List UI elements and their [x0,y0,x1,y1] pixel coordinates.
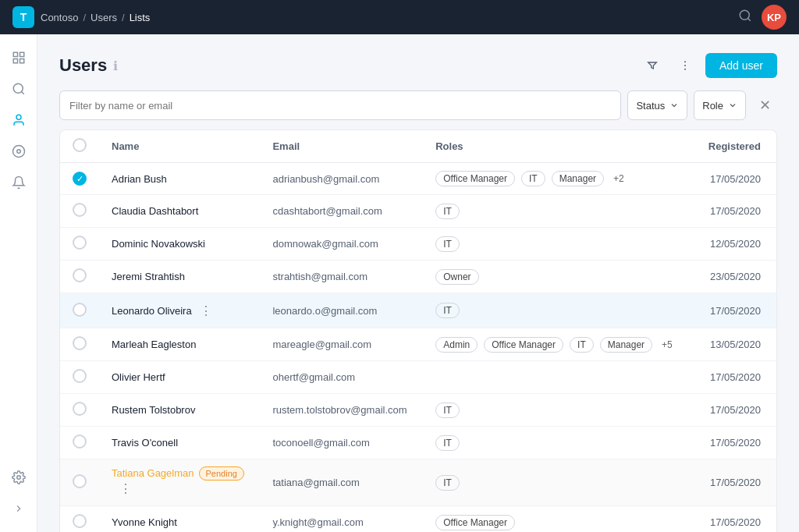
sidebar-item-search[interactable] [5,75,33,103]
svg-point-12 [684,61,686,62]
row-name[interactable]: Tatiana GagelmanPending⋮ [99,459,260,506]
row-checkbox[interactable] [73,203,87,217]
row-checkbox-cell [60,261,99,293]
row-roles: Office ManagerITManager+2 [423,163,694,195]
row-date: 17/05/2020 [694,506,776,533]
breadcrumb-users[interactable]: Users [91,12,117,23]
sidebar [0,34,37,532]
row-roles: Office Manager [423,506,694,533]
svg-point-0 [740,10,749,20]
table-row: Claudia Dashtabortcdashtabort@gmail.comI… [60,195,776,228]
sidebar-collapse-btn[interactable] [5,495,33,523]
table-row: Marleah Eaglestonmareagle@gmail.comAdmin… [60,328,776,361]
more-options-btn[interactable] [673,53,698,78]
role-tag: Manager [600,337,652,353]
row-checkbox[interactable] [73,303,87,317]
extra-roles-badge: +2 [610,172,627,186]
breadcrumb-lists[interactable]: Lists [130,12,151,23]
topnav-right: KP [738,5,787,30]
svg-rect-2 [13,52,17,56]
row-date: 17/05/2020 [694,394,776,427]
row-name[interactable]: Rustem Tolstobrov [99,394,260,427]
role-tag: IT [521,171,545,186]
main-content: Users ℹ Add user Status [37,34,799,532]
role-tag: Admin [435,337,478,353]
table-header: Name Email Roles Registered [60,130,776,163]
row-actions-btn[interactable]: ⋮ [116,479,135,498]
filter-clear-btn[interactable]: ✕ [752,93,777,118]
row-name[interactable]: Dominic Novakowski [99,228,260,261]
status-dropdown[interactable]: Status [627,90,687,120]
row-checkbox[interactable] [73,268,87,282]
users-table: Name Email Roles Registered Adrian Busha… [60,130,776,532]
svg-point-11 [16,476,20,480]
row-name[interactable]: Claudia Dashtabort [99,195,260,228]
row-name[interactable]: Jeremi Strahtish [99,261,260,293]
row-date: 23/05/2020 [694,261,776,293]
row-checkbox[interactable] [73,402,87,416]
row-checkbox[interactable] [73,336,87,350]
row-roles: IT [423,459,694,506]
row-name[interactable]: Yvonne Knight [99,506,260,533]
row-checkbox[interactable] [73,514,87,528]
user-avatar[interactable]: KP [762,5,787,30]
role-tag: IT [435,435,460,451]
breadcrumb-contoso[interactable]: Contoso [41,12,78,23]
filter-input[interactable] [69,100,611,112]
role-dropdown[interactable]: Role [694,90,746,120]
svg-point-13 [684,65,686,66]
row-name[interactable]: Olivier Hertf [99,361,260,394]
row-name[interactable]: Marleah Eagleston [99,328,260,361]
svg-point-8 [16,115,21,119]
row-roles: IT [423,293,694,328]
row-date: 17/05/2020 [694,163,776,195]
sidebar-item-notifications[interactable] [5,168,33,197]
row-date: 17/05/2020 [694,293,776,328]
layout: Users ℹ Add user Status [0,34,799,532]
row-date: 17/05/2020 [694,427,776,459]
page-title: Users [59,55,107,76]
row-checkbox[interactable] [73,369,87,383]
row-checkbox-cell [60,328,99,361]
role-tag: IT [435,303,460,318]
topnav: T Contoso / Users / Lists KP [0,0,799,34]
svg-line-7 [21,91,23,94]
row-name[interactable]: Adrian Bush [99,163,260,195]
topnav-search-icon[interactable] [738,9,752,27]
row-date: 17/05/2020 [694,459,776,506]
row-name[interactable]: Travis O'conell [99,427,260,459]
th-roles: Roles [423,130,694,163]
row-checkbox[interactable] [73,172,87,186]
svg-line-1 [748,18,750,20]
row-name[interactable]: Leonardo Oliveira⋮ [99,293,260,328]
row-roles: AdminOffice ManagerITManager+5 [423,328,694,361]
page-info-icon[interactable]: ℹ [113,59,118,73]
add-user-button[interactable]: Add user [705,53,777,78]
row-date: 17/05/2020 [694,195,776,228]
filter-icon-btn[interactable] [640,53,665,78]
sidebar-item-settings[interactable] [5,463,33,491]
row-roles [423,361,694,394]
svg-point-6 [13,83,23,93]
svg-rect-5 [20,59,23,63]
role-tag: IT [435,403,460,418]
sidebar-item-activity[interactable] [5,137,33,165]
table-row: Dominic Novakowskidomnowak@gmail.comIT12… [60,228,776,261]
logo[interactable]: T [12,6,34,28]
users-table-wrap: Name Email Roles Registered Adrian Busha… [59,129,777,532]
sidebar-item-home[interactable] [5,44,33,72]
row-name-text[interactable]: Leonardo Oliveira [112,305,192,317]
th-registered: Registered [694,130,776,163]
sidebar-item-users[interactable] [5,106,33,134]
row-checkbox[interactable] [73,236,87,250]
select-all-checkbox[interactable] [73,138,87,152]
row-checkbox-cell [60,506,99,533]
pending-badge: Pending [199,466,244,481]
row-checkbox[interactable] [73,434,87,449]
role-tag: IT [435,236,460,252]
row-email: adrianbush@gmail.com [260,163,423,195]
row-checkbox[interactable] [73,474,87,488]
table-row: Yvonne Knighty.knight@gmail.comOffice Ma… [60,506,776,533]
row-email: y.knight@gmail.com [260,506,423,533]
row-actions-btn[interactable]: ⋮ [197,301,215,320]
